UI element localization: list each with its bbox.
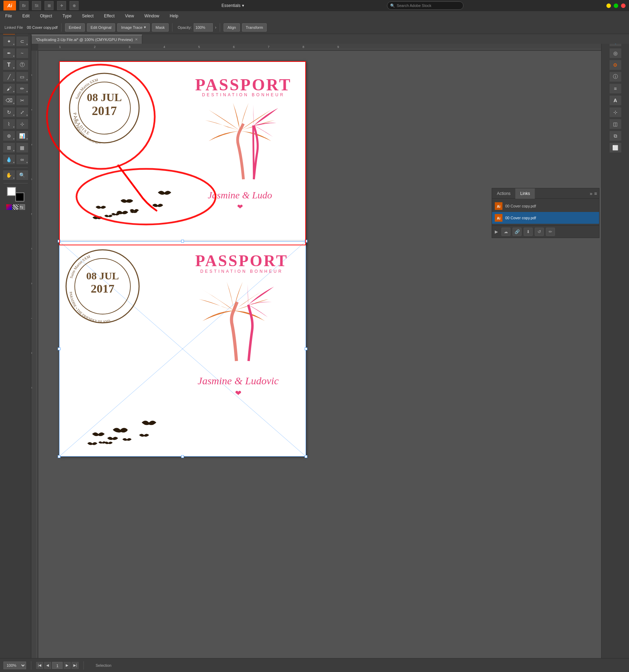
tab-close-icon[interactable]: ✕ [135, 38, 138, 41]
graph-tool[interactable]: 📊▾ [16, 131, 29, 141]
svg-line-28 [253, 125, 254, 179]
stroke-color[interactable] [15, 192, 24, 202]
menu-help[interactable]: Help [168, 13, 180, 19]
search-input-container[interactable]: 🔍 Search Adobe Stock [387, 1, 463, 10]
info-icon[interactable]: ⓘ [609, 72, 622, 82]
hand-tool[interactable]: ✋▾ [3, 170, 15, 180]
scissors-tool[interactable]: ✂ [16, 95, 29, 106]
menu-edit[interactable]: Edit [21, 13, 31, 19]
panel-tab-actions[interactable]: Actions [492, 188, 515, 199]
bridge-icon[interactable]: Br [19, 1, 29, 10]
scale-tool[interactable]: ⤢▾ [16, 107, 29, 117]
edit-btn[interactable]: ✏ [546, 228, 555, 236]
eyedropper-tool[interactable]: 💧▾ [3, 154, 15, 165]
handle-ml[interactable] [58, 347, 61, 350]
eraser-tool[interactable]: ⌫▾ [3, 95, 15, 106]
menu-type[interactable]: Type [61, 13, 73, 19]
edit-original-button[interactable]: Edit Original [87, 23, 115, 32]
handle-bc[interactable] [181, 455, 184, 458]
opacity-expand-icon[interactable]: › [215, 25, 216, 30]
svg-text:4: 4 [31, 213, 33, 215]
pencil-tool[interactable]: ✏▾ [16, 83, 29, 94]
mesh-tool[interactable]: ⊞▾ [3, 142, 15, 153]
handle-tl[interactable] [58, 240, 61, 243]
workspace-switcher[interactable]: Essentials ▾ [221, 3, 244, 8]
update-btn[interactable]: ↺ [535, 228, 544, 236]
symbol-tool[interactable]: ⊛▾ [3, 131, 15, 141]
embed-button[interactable]: Embed [65, 23, 85, 32]
cursor-icon[interactable]: ⊕ [70, 1, 79, 10]
swap-color-icon[interactable]: ⇆ [19, 204, 25, 210]
menu-select[interactable]: Select [80, 13, 95, 19]
nav-prev-btn[interactable]: ◀ [44, 662, 51, 669]
artboard-icon[interactable]: ⬜ [609, 142, 622, 153]
handle-br[interactable] [305, 455, 307, 458]
panel-arrow-icon[interactable]: ▶ [495, 229, 498, 234]
gradient-tool[interactable]: ▦ [16, 142, 29, 153]
cloud-btn[interactable]: ☁ [501, 228, 510, 236]
align-button[interactable]: Align [224, 23, 240, 32]
workspace[interactable]: 08 JUL 2017 Saint-Martin SXM PARADISE [38, 51, 601, 658]
align-right-icon[interactable]: ≡ [609, 83, 622, 94]
layout-icon[interactable]: ⊞ [45, 1, 54, 10]
control-bar: Linked File 00 Cover copy.pdf Embed Edit… [0, 21, 629, 34]
type-tool[interactable]: T▾ [3, 60, 15, 70]
zoom-tool[interactable]: 🔍 [16, 170, 29, 180]
color-gradient-icon[interactable] [6, 204, 12, 210]
nav-next-btn[interactable]: ▶ [64, 662, 71, 669]
ctrl-separator-1 [61, 23, 62, 32]
panel-menu-icon[interactable]: ≡ [594, 191, 597, 196]
send-icon[interactable]: ✈ [57, 1, 66, 10]
line-segment-tool[interactable]: ╱▾ [3, 72, 15, 82]
close-button[interactable] [621, 3, 626, 8]
nav-last-btn[interactable]: ▶| [72, 662, 79, 669]
lasso-tool[interactable]: ⊂▾ [16, 36, 29, 47]
paintbrush-tool[interactable]: 🖌▾ [3, 83, 15, 94]
magic-wand-tool[interactable]: ✦▾ [3, 36, 15, 47]
menu-effect[interactable]: Effect [102, 13, 116, 19]
warp-tool[interactable]: ⌇▾ [3, 119, 15, 129]
link-item-2[interactable]: Ai 00 Cover copy.pdf [492, 212, 599, 224]
handle-tc[interactable] [181, 240, 184, 243]
transform-right-icon[interactable]: ⊹ [609, 107, 622, 117]
handle-tr[interactable] [305, 240, 307, 243]
relink-btn[interactable]: 🔗 [513, 228, 522, 236]
color-icon[interactable]: ⚙ [609, 60, 622, 70]
transform-button[interactable]: Transform [242, 23, 267, 32]
stock-icon[interactable]: St [32, 1, 41, 10]
handle-bl[interactable] [58, 455, 61, 458]
zoom-select[interactable]: 100% 50% 200% [3, 662, 26, 669]
mask-button[interactable]: Mask [152, 23, 169, 32]
maximize-button[interactable] [614, 3, 618, 8]
layers-icon[interactable]: ⧉ [609, 131, 622, 141]
shape-tool[interactable]: ▭▾ [16, 72, 29, 82]
panel-expand-icon[interactable]: » [590, 191, 592, 196]
menu-object[interactable]: Object [38, 13, 54, 19]
fill-color[interactable] [7, 187, 16, 196]
appearance-icon[interactable]: ◎ [609, 48, 622, 58]
canvas-area[interactable]: 1 2 3 4 5 6 7 8 9 0 1 2 3 4 5 6 7 8 9 [31, 44, 601, 658]
menu-file[interactable]: File [3, 13, 14, 19]
minimize-button[interactable] [606, 3, 611, 8]
panel-tab-links[interactable]: Links [515, 188, 535, 199]
pathfinder-icon[interactable]: ◫ [609, 119, 622, 129]
image-trace-button[interactable]: Image Trace ▾ [117, 23, 150, 32]
menu-window[interactable]: Window [143, 13, 161, 19]
none-color-icon[interactable] [13, 204, 18, 210]
menu-view[interactable]: View [123, 13, 136, 19]
svg-text:2: 2 [94, 45, 96, 49]
nav-first-btn[interactable]: |◀ [36, 662, 43, 669]
workspace-dropdown-icon: ▾ [242, 3, 244, 8]
download-btn[interactable]: ⬇ [524, 228, 533, 236]
touch-type-tool[interactable]: Ⓣ [16, 60, 29, 70]
link-item-1[interactable]: Ai 00 Cover copy.pdf [492, 200, 599, 212]
active-tab[interactable]: *Duplicating 2-Up File.ai* @ 100% (CMYK/… [31, 35, 142, 44]
rotate-tool[interactable]: ↻▾ [3, 107, 15, 117]
pen-tool[interactable]: ✒▾ [3, 48, 15, 58]
free-transform-tool[interactable]: ⊹ [16, 119, 29, 129]
curvature-tool[interactable]: ~ [16, 48, 29, 58]
opacity-input[interactable] [194, 23, 213, 32]
title-bar-left: Ai Br St ⊞ ✈ ⊕ [3, 1, 79, 10]
character-icon[interactable]: A [609, 95, 622, 106]
blend-tool[interactable]: ∞▾ [16, 154, 29, 165]
